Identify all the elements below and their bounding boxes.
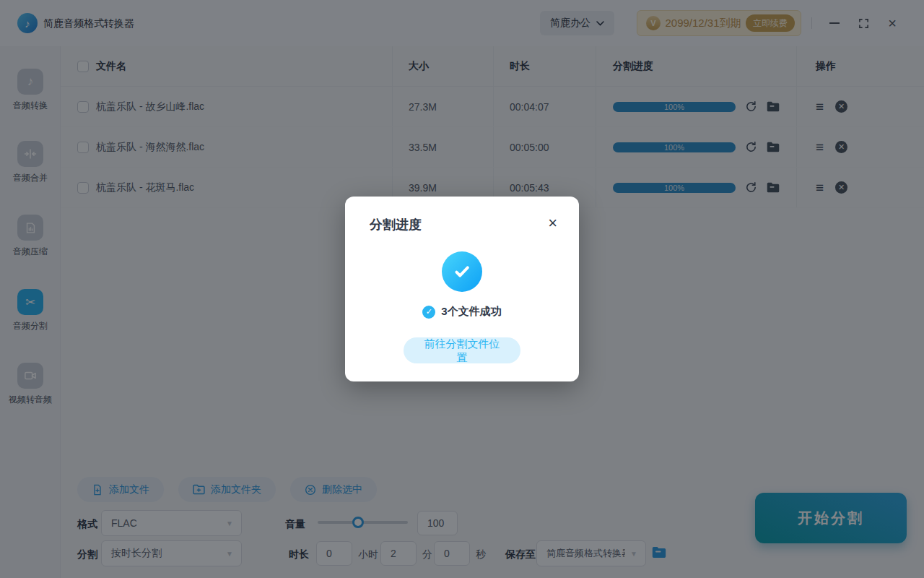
dialog-title: 分割进度: [370, 216, 422, 233]
close-dialog-button[interactable]: ×: [545, 212, 560, 234]
success-mini-icon: ✓: [422, 306, 435, 319]
success-check-icon: [442, 251, 482, 292]
split-progress-dialog: 分割进度 × ✓ 3个文件成功 前往分割文件位置: [345, 197, 579, 381]
goto-split-location-button[interactable]: 前往分割文件位置: [404, 337, 520, 363]
status-text: 3个文件成功: [441, 305, 501, 319]
status-row: ✓ 3个文件成功: [345, 305, 579, 319]
